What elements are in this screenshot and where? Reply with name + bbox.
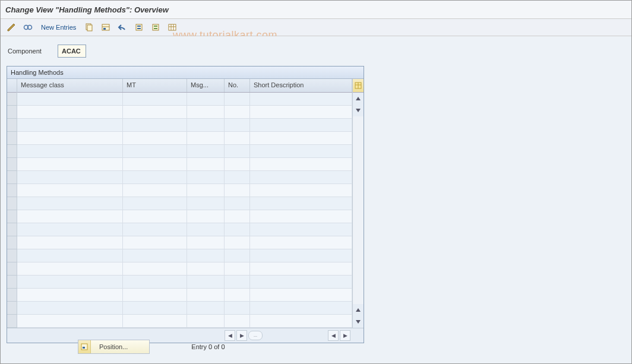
select-all-button[interactable] bbox=[132, 21, 146, 33]
toggle-button[interactable] bbox=[4, 21, 18, 33]
configure-columns-button[interactable] bbox=[353, 79, 364, 93]
table-row[interactable] bbox=[17, 158, 352, 171]
table-cell[interactable] bbox=[17, 262, 123, 275]
table-row[interactable] bbox=[17, 119, 352, 132]
table-cell[interactable] bbox=[225, 93, 250, 105]
table-cell[interactable] bbox=[225, 158, 250, 170]
table-cell[interactable] bbox=[225, 262, 250, 275]
table-cell[interactable] bbox=[225, 145, 250, 157]
col-mt[interactable]: MT bbox=[123, 79, 187, 92]
table-cell[interactable] bbox=[17, 132, 123, 144]
table-cell[interactable] bbox=[123, 171, 187, 183]
table-cell[interactable] bbox=[123, 158, 187, 170]
table-cell[interactable] bbox=[123, 236, 187, 249]
table-cell[interactable] bbox=[17, 184, 123, 197]
row-selector[interactable] bbox=[7, 302, 17, 315]
table-cell[interactable] bbox=[250, 132, 352, 144]
table-row[interactable] bbox=[17, 289, 352, 302]
table-cell[interactable] bbox=[123, 145, 187, 157]
row-selector[interactable] bbox=[7, 289, 17, 302]
table-row[interactable] bbox=[17, 93, 352, 106]
table-cell[interactable] bbox=[17, 171, 123, 183]
component-value[interactable]: ACAC bbox=[58, 45, 86, 58]
table-cell[interactable] bbox=[225, 106, 250, 118]
table-cell[interactable] bbox=[17, 289, 123, 301]
table-cell[interactable] bbox=[123, 289, 187, 301]
row-selector[interactable] bbox=[7, 223, 17, 236]
hscroll-right-button[interactable]: ▶ bbox=[236, 330, 247, 341]
table-cell[interactable] bbox=[187, 276, 225, 288]
table-row[interactable] bbox=[17, 249, 352, 262]
col-message-class[interactable]: Message class bbox=[17, 79, 123, 92]
table-row[interactable] bbox=[17, 210, 352, 223]
table-cell[interactable] bbox=[187, 210, 225, 223]
table-cell[interactable] bbox=[250, 106, 352, 118]
table-cell[interactable] bbox=[187, 145, 225, 157]
table-row[interactable] bbox=[17, 106, 352, 119]
delete-button[interactable] bbox=[99, 21, 113, 33]
table-cell[interactable] bbox=[123, 210, 187, 223]
table-cell[interactable] bbox=[187, 249, 225, 262]
table-cell[interactable] bbox=[123, 119, 187, 131]
table-cell[interactable] bbox=[123, 276, 187, 288]
table-cell[interactable] bbox=[250, 289, 352, 301]
table-cell[interactable] bbox=[17, 93, 123, 105]
other-view-button[interactable] bbox=[21, 21, 35, 33]
deselect-all-button[interactable] bbox=[148, 21, 163, 33]
table-cell[interactable] bbox=[187, 302, 225, 314]
table-cell[interactable] bbox=[250, 315, 352, 327]
table-cell[interactable] bbox=[187, 93, 225, 105]
table-row[interactable] bbox=[17, 132, 352, 145]
copy-button[interactable] bbox=[82, 21, 96, 33]
hscroll-left-button[interactable]: ◀ bbox=[225, 330, 235, 341]
table-cell[interactable] bbox=[123, 184, 187, 197]
row-selector[interactable] bbox=[7, 119, 17, 132]
table-cell[interactable] bbox=[225, 132, 250, 144]
table-cell[interactable] bbox=[17, 145, 123, 157]
table-row[interactable] bbox=[17, 145, 352, 158]
table-cell[interactable] bbox=[225, 289, 250, 301]
table-cell[interactable] bbox=[225, 236, 250, 249]
row-selector[interactable] bbox=[7, 106, 17, 119]
table-row[interactable] bbox=[17, 262, 352, 276]
table-row[interactable] bbox=[17, 184, 352, 197]
table-cell[interactable] bbox=[250, 119, 352, 131]
table-cell[interactable] bbox=[17, 315, 123, 327]
table-cell[interactable] bbox=[123, 197, 187, 210]
table-cell[interactable] bbox=[250, 249, 352, 262]
table-settings-button[interactable] bbox=[165, 21, 179, 33]
table-cell[interactable] bbox=[250, 210, 352, 223]
table-cell[interactable] bbox=[250, 184, 352, 197]
table-cell[interactable] bbox=[225, 171, 250, 183]
position-button[interactable]: Position... bbox=[78, 340, 150, 354]
row-selector[interactable] bbox=[7, 145, 17, 158]
table-cell[interactable] bbox=[17, 249, 123, 262]
row-selector[interactable] bbox=[7, 171, 17, 184]
table-cell[interactable] bbox=[250, 197, 352, 210]
row-selector[interactable] bbox=[7, 184, 17, 197]
table-row[interactable] bbox=[17, 236, 352, 249]
table-cell[interactable] bbox=[225, 119, 250, 131]
table-row[interactable] bbox=[17, 302, 352, 315]
table-cell[interactable] bbox=[187, 119, 225, 131]
table-cell[interactable] bbox=[187, 158, 225, 170]
table-cell[interactable] bbox=[123, 302, 187, 314]
table-cell[interactable] bbox=[17, 236, 123, 249]
select-all-rows[interactable] bbox=[7, 79, 17, 93]
scrollbar-track[interactable] bbox=[353, 116, 364, 304]
table-cell[interactable] bbox=[187, 197, 225, 210]
table-cell[interactable] bbox=[17, 302, 123, 314]
table-cell[interactable] bbox=[250, 262, 352, 275]
table-cell[interactable] bbox=[123, 93, 187, 105]
scroll-down-step-button[interactable] bbox=[353, 105, 364, 116]
row-selector[interactable] bbox=[7, 262, 17, 276]
table-cell[interactable] bbox=[123, 262, 187, 275]
table-row[interactable] bbox=[17, 315, 352, 328]
table-row[interactable] bbox=[17, 171, 352, 184]
row-selector[interactable] bbox=[7, 249, 17, 262]
row-selector[interactable] bbox=[7, 132, 17, 145]
hscroll-handle[interactable]: ⋯ bbox=[248, 331, 263, 340]
scroll-up-button[interactable] bbox=[353, 93, 364, 105]
table-cell[interactable] bbox=[225, 302, 250, 314]
table-cell[interactable] bbox=[17, 119, 123, 131]
